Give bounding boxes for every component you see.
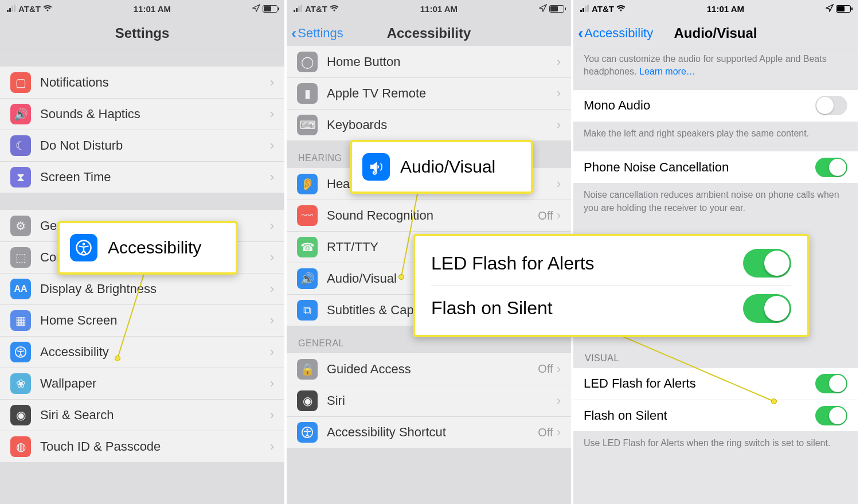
row-phone-noise-cancel[interactable]: Phone Noise Cancellation [573, 151, 858, 183]
keyboard-icon: ⌨ [297, 115, 318, 135]
row-home-button[interactable]: ◯ Home Button › [287, 46, 571, 77]
row-led-flash[interactable]: LED Flash for Alerts [573, 368, 858, 400]
location-icon [826, 4, 834, 14]
wifi-icon [616, 4, 626, 14]
textsize-icon: AA [10, 279, 31, 299]
svg-point-1 [19, 349, 21, 350]
settings-group-a: ▢ Notifications › 🔊 Sounds & Haptics › ☾… [0, 67, 284, 193]
notifications-icon: ▢ [10, 72, 31, 93]
accessibility-icon [70, 234, 97, 261]
row-display[interactable]: AA Display & Brightness › [0, 273, 284, 304]
nav-bar: ‹ Accessibility Audio/Visual [573, 17, 858, 49]
callout-audio-visual: Audio/Visual [350, 140, 533, 194]
location-icon [539, 4, 547, 14]
remote-icon: ▮ [297, 83, 318, 104]
led-flash-toggle[interactable] [815, 374, 847, 393]
row-wallpaper[interactable]: ❀ Wallpaper › [0, 368, 284, 399]
row-accessibility-shortcut[interactable]: Accessibility Shortcut Off › [287, 416, 571, 448]
back-button[interactable]: ‹ Settings [291, 25, 343, 41]
home-button-icon: ◯ [297, 52, 318, 72]
chevron-right-icon: › [270, 439, 274, 454]
chevron-right-icon: › [270, 107, 274, 122]
row-notifications[interactable]: ▢ Notifications › [0, 67, 284, 98]
status-bar: AT&T 11:01 AM [0, 0, 284, 17]
page-title: Settings [115, 25, 170, 41]
grid-icon: ▦ [10, 310, 31, 331]
chevron-right-icon: › [270, 138, 274, 153]
row-sounds-haptics[interactable]: 🔊 Sounds & Haptics › [0, 98, 284, 130]
svg-point-3 [83, 243, 85, 246]
chevron-right-icon: › [557, 177, 561, 192]
chevron-right-icon: › [270, 75, 274, 90]
chevron-right-icon: › [270, 250, 274, 265]
pnc-footer: Noise cancellation reduces ambient noise… [573, 183, 858, 226]
lock-icon: 🔒 [297, 359, 318, 380]
signal-icon [580, 4, 589, 14]
visual-footer: Use LED Flash for Alerts when the ring s… [573, 431, 858, 461]
led-flash-toggle-callout [743, 249, 791, 278]
accessibility-icon [297, 422, 318, 443]
sounds-icon: 🔊 [10, 104, 31, 124]
chevron-right-icon: › [557, 393, 561, 408]
clock: 11:01 AM [707, 4, 744, 14]
wifi-icon [43, 4, 52, 14]
gear-icon: ⚙ [10, 216, 31, 236]
callout-accessibility: Accessibility [57, 221, 238, 275]
row-guided-access[interactable]: 🔒 Guided Access Off › [287, 353, 571, 385]
row-dnd[interactable]: ☾ Do Not Disturb › [0, 130, 284, 161]
panel-settings: AT&T 11:01 AM Settings ▢ Notifications ›… [0, 0, 287, 504]
row-screen-time[interactable]: ⧗ Screen Time › [0, 161, 284, 193]
mono-footer: Make the left and right speakers play th… [573, 122, 858, 151]
chevron-right-icon: › [270, 345, 274, 360]
chevron-right-icon: › [557, 54, 561, 69]
flash-silent-toggle[interactable] [815, 406, 847, 425]
nav-bar: ‹ Settings Accessibility [287, 17, 571, 49]
back-button[interactable]: ‹ Accessibility [578, 25, 653, 41]
carrier-label: AT&T [592, 4, 614, 14]
hourglass-icon: ⧗ [10, 167, 31, 187]
mono-group: Mono Audio [573, 90, 858, 122]
battery-icon [263, 5, 277, 13]
general-group: 🔒 Guided Access Off › ◉ Siri › Accessibi… [287, 353, 571, 448]
page-title: Audio/Visual [674, 25, 757, 41]
chevron-right-icon: › [557, 118, 561, 132]
nav-bar: Settings [0, 17, 284, 49]
visual-header: VISUAL [573, 341, 858, 368]
row-apple-tv[interactable]: ▮ Apple TV Remote › [287, 77, 571, 109]
mono-audio-toggle[interactable] [815, 96, 847, 115]
clock: 11:01 AM [420, 4, 458, 14]
chevron-left-icon: ‹ [578, 25, 583, 41]
moon-icon: ☾ [10, 135, 31, 156]
noise-cancel-toggle[interactable] [815, 158, 847, 177]
ear-icon: 👂 [297, 174, 318, 194]
row-home-screen[interactable]: ▦ Home Screen › [0, 304, 284, 336]
row-siri-search[interactable]: ◉ Siri & Search › [0, 399, 284, 431]
row-accessibility[interactable]: Accessibility › [0, 336, 284, 368]
chevron-right-icon: › [557, 86, 561, 101]
visual-group: LED Flash for Alerts Flash on Silent [573, 368, 858, 431]
carrier-label: AT&T [18, 4, 41, 14]
chevron-right-icon: › [270, 170, 274, 185]
chevron-right-icon: › [270, 376, 274, 391]
siri-icon: ◉ [297, 390, 318, 411]
headphone-desc: You can customize the audio for supporte… [573, 49, 858, 90]
row-mono-audio[interactable]: Mono Audio [573, 90, 858, 122]
status-bar: AT&T 11:01 AM [287, 0, 571, 17]
status-bar: AT&T 11:01 AM [573, 0, 858, 17]
callout-led-flash: LED Flash for Alerts Flash on Silent [413, 234, 810, 337]
chevron-right-icon: › [270, 313, 274, 328]
audio-visual-icon: 🔊 [297, 268, 318, 289]
row-flash-on-silent[interactable]: Flash on Silent [573, 400, 858, 431]
signal-icon [7, 4, 16, 14]
learn-more-link[interactable]: Learn more… [639, 67, 695, 76]
svg-point-8 [374, 172, 376, 173]
physical-group: ◯ Home Button › ▮ Apple TV Remote › ⌨ Ke… [287, 46, 571, 140]
captions-icon: ⧉ [297, 300, 318, 321]
row-siri[interactable]: ◉ Siri › [287, 385, 571, 416]
row-keyboards[interactable]: ⌨ Keyboards › [287, 109, 571, 140]
pnc-group: Phone Noise Cancellation [573, 151, 858, 183]
row-touchid[interactable]: ◍ Touch ID & Passcode › [0, 431, 284, 462]
sliders-icon: ⬚ [10, 247, 31, 268]
battery-icon [836, 5, 851, 13]
row-sound-recognition[interactable]: 〰 Sound Recognition Off › [287, 200, 571, 231]
